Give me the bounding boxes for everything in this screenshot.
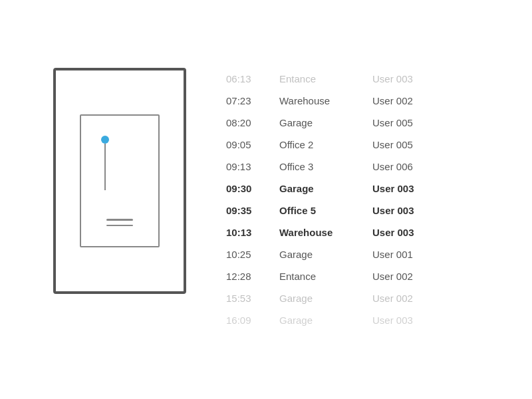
main-container: 06:13 Entance User 003 07:23 Warehouse U… [40, 55, 492, 344]
door-bottom-lines [106, 219, 133, 226]
log-user: User 006 [372, 160, 452, 174]
log-user: User 003 [372, 72, 452, 86]
log-time: 15:53 [226, 291, 279, 305]
log-time: 08:20 [226, 116, 279, 130]
log-time: 10:13 [226, 225, 279, 239]
table-row: 12:28 Entance User 002 [226, 265, 479, 287]
log-user: User 002 [372, 94, 452, 108]
table-row: 07:23 Warehouse User 002 [226, 90, 479, 112]
log-user: User 001 [372, 247, 452, 261]
log-user: User 003 [372, 203, 452, 217]
log-time: 10:25 [226, 247, 279, 261]
log-location: Office 5 [279, 203, 372, 217]
door-inner-panel [80, 114, 160, 247]
table-row: 10:25 Garage User 001 [226, 243, 479, 265]
log-user: User 002 [372, 291, 452, 305]
log-time: 06:13 [226, 72, 279, 86]
log-time: 09:30 [226, 182, 279, 196]
log-location: Garage [279, 247, 372, 261]
log-location: Garage [279, 116, 372, 130]
table-row: 16:09 Garage User 003 [226, 309, 479, 331]
door-line-2 [106, 225, 133, 227]
log-time: 07:23 [226, 94, 279, 108]
log-location: Entance [279, 269, 372, 283]
log-location: Office 2 [279, 138, 372, 152]
log-time: 09:05 [226, 138, 279, 152]
log-user: User 003 [372, 225, 452, 239]
log-user: User 005 [372, 138, 452, 152]
log-user: User 003 [372, 313, 452, 327]
door-illustration [53, 68, 186, 294]
log-location: Warehouse [279, 94, 372, 108]
table-row: 09:05 Office 2 User 005 [226, 134, 479, 156]
log-time: 12:28 [226, 269, 279, 283]
log-time: 09:13 [226, 160, 279, 174]
log-time: 16:09 [226, 313, 279, 327]
door-knob-dot [101, 136, 109, 144]
table-row: 09:30 Garage User 003 [226, 178, 479, 200]
log-location: Garage [279, 182, 372, 196]
log-location: Office 3 [279, 160, 372, 174]
log-location: Warehouse [279, 225, 372, 239]
log-user: User 002 [372, 269, 452, 283]
table-row: 08:20 Garage User 005 [226, 112, 479, 134]
log-location: Entance [279, 72, 372, 86]
door-knob-line [104, 144, 106, 190]
access-log-table: 06:13 Entance User 003 07:23 Warehouse U… [226, 68, 479, 331]
log-time: 09:35 [226, 203, 279, 217]
table-row: 09:35 Office 5 User 003 [226, 200, 479, 221]
table-row: 15:53 Garage User 002 [226, 287, 479, 309]
table-row: 06:13 Entance User 003 [226, 68, 479, 90]
table-row: 10:13 Warehouse User 003 [226, 221, 479, 243]
log-location: Garage [279, 291, 372, 305]
table-row: 09:13 Office 3 User 006 [226, 156, 479, 178]
door-line-1 [106, 219, 133, 221]
log-location: Garage [279, 313, 372, 327]
log-user: User 005 [372, 116, 452, 130]
log-user: User 003 [372, 182, 452, 196]
